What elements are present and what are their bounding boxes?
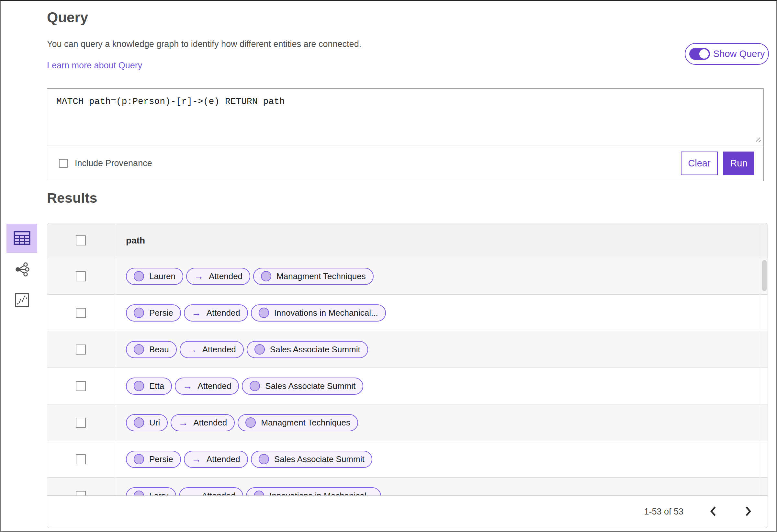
node-icon xyxy=(254,344,265,354)
relation-label: Attended xyxy=(209,271,242,281)
include-provenance-label: Include Provenance xyxy=(75,158,152,169)
node-pill[interactable]: Sales Associate Summit xyxy=(251,451,372,468)
node-pill[interactable]: Uri xyxy=(126,414,168,431)
scrollbar-thumb[interactable] xyxy=(762,260,767,291)
next-page-button[interactable] xyxy=(744,506,752,518)
node-pill[interactable]: Sales Associate Summit xyxy=(247,341,368,358)
query-input[interactable]: MATCH path=(p:Person)-[r]->(e) RETURN pa… xyxy=(47,89,763,146)
node-icon xyxy=(134,417,144,428)
row-checkbox[interactable] xyxy=(76,491,86,496)
node-label: Sales Associate Summit xyxy=(274,454,364,464)
relation-pill[interactable]: → Attended xyxy=(184,451,248,468)
path-cell: Etta → Attended Sales Associate Summit xyxy=(114,368,761,404)
node-pill[interactable]: Managment Techniques xyxy=(238,414,358,431)
node-pill[interactable]: Etta xyxy=(126,378,172,395)
relation-pill[interactable]: → Attended xyxy=(184,304,248,322)
column-header-path: path xyxy=(114,223,761,258)
select-all-checkbox[interactable] xyxy=(76,235,86,245)
node-label: Persie xyxy=(149,454,173,464)
network-graph-view-button[interactable] xyxy=(6,255,37,284)
relation-pill[interactable]: → Attended xyxy=(175,378,239,395)
relation-label: Attended xyxy=(202,344,236,354)
relation-arrow-icon: → xyxy=(183,381,192,391)
learn-more-link[interactable]: Learn more about Query xyxy=(47,61,142,71)
node-icon xyxy=(245,417,256,428)
node-pill[interactable]: Larry xyxy=(126,487,176,496)
relation-pill[interactable]: → Attended xyxy=(180,341,244,358)
table-row: Beau → Attended Sales Associate Summit xyxy=(47,331,768,368)
show-query-toggle[interactable]: Show Query xyxy=(685,43,769,65)
node-pill[interactable]: Sales Associate Summit xyxy=(242,378,363,395)
relation-pill[interactable]: → Attended xyxy=(171,414,235,431)
chart-view-button[interactable] xyxy=(6,286,37,315)
node-icon xyxy=(134,344,144,354)
clear-button[interactable]: Clear xyxy=(681,151,718,175)
row-scroll-gutter xyxy=(761,331,768,367)
table-icon xyxy=(14,231,30,246)
row-scroll-gutter xyxy=(761,404,768,441)
relation-arrow-icon: → xyxy=(192,454,201,464)
row-checkbox[interactable] xyxy=(76,308,86,318)
query-page: Query You can query a knowledge graph to… xyxy=(0,0,777,532)
row-scroll-gutter xyxy=(761,295,768,331)
node-label: Sales Associate Summit xyxy=(265,381,355,391)
row-checkbox[interactable] xyxy=(76,454,86,464)
show-query-label: Show Query xyxy=(713,48,765,59)
node-icon xyxy=(134,454,144,464)
page-description: You can query a knowledge graph to ident… xyxy=(47,39,361,49)
relation-label: Attended xyxy=(198,381,231,391)
row-checkbox-cell xyxy=(47,295,114,331)
node-icon xyxy=(259,308,269,318)
pagination-range-label: 1-53 of 53 xyxy=(644,507,683,517)
node-icon xyxy=(134,381,144,391)
path-cell: Persie → Attended Sales Associate Summit xyxy=(114,441,761,477)
node-pill[interactable]: Beau xyxy=(126,341,177,358)
table-row: Uri → Attended Managment Techniques xyxy=(47,404,768,441)
resize-grip-icon[interactable] xyxy=(755,137,761,143)
table-header-row: path xyxy=(47,223,768,258)
prev-page-button[interactable] xyxy=(709,506,717,518)
path-cell: Persie → Attended Innovations in Mechani… xyxy=(114,295,761,331)
include-provenance-checkbox[interactable] xyxy=(59,159,68,168)
node-label: Lauren xyxy=(149,271,176,281)
table-view-button[interactable] xyxy=(6,224,37,253)
node-icon xyxy=(254,491,264,496)
path-cell: Lauren → Attended Managment Techniques xyxy=(114,258,761,294)
node-label: Etta xyxy=(149,381,164,391)
row-checkbox[interactable] xyxy=(76,271,86,281)
row-checkbox-cell xyxy=(47,404,114,441)
node-pill[interactable]: Managment Techniques xyxy=(253,268,373,285)
row-scroll-gutter xyxy=(761,477,768,496)
query-actions-bar: Include Provenance Clear Run xyxy=(47,145,763,181)
row-checkbox-cell xyxy=(47,441,114,477)
row-checkbox[interactable] xyxy=(76,381,86,391)
node-label: Managment Techniques xyxy=(276,271,366,281)
node-pill[interactable]: Innovations in Mechanical... xyxy=(246,487,381,496)
relation-arrow-icon: → xyxy=(179,418,188,427)
network-graph-icon xyxy=(14,262,30,278)
run-button[interactable]: Run xyxy=(723,151,754,175)
page-title: Query xyxy=(47,9,88,25)
node-pill[interactable]: Innovations in Mechanical... xyxy=(251,304,386,322)
node-pill[interactable]: Persie xyxy=(126,304,181,322)
row-checkbox[interactable] xyxy=(76,344,86,354)
relation-arrow-icon: → xyxy=(192,308,201,318)
relation-pill[interactable]: → Attended xyxy=(186,268,250,285)
path-cell: Uri → Attended Managment Techniques xyxy=(114,404,761,441)
relation-label: Attended xyxy=(202,491,235,496)
select-all-cell xyxy=(47,223,114,258)
node-pill[interactable]: Persie xyxy=(126,451,181,468)
path-cell: Beau → Attended Sales Associate Summit xyxy=(114,331,761,367)
table-footer: 1-53 of 53 xyxy=(47,496,768,528)
row-checkbox[interactable] xyxy=(76,418,86,428)
node-label: Sales Associate Summit xyxy=(270,344,360,354)
relation-pill[interactable]: → Attended xyxy=(179,487,243,496)
table-row: Persie → Attended Sales Associate Summit xyxy=(47,441,768,477)
node-icon xyxy=(134,271,144,281)
node-label: Innovations in Mechanical... xyxy=(274,308,378,318)
node-label: Beau xyxy=(149,344,169,354)
node-pill[interactable]: Lauren xyxy=(126,268,183,285)
node-label: Persie xyxy=(149,308,173,318)
results-table: path Lauren → Attended Managment Techniq… xyxy=(47,223,768,528)
path-cell: Larry → Attended Innovations in Mechanic… xyxy=(114,477,761,496)
